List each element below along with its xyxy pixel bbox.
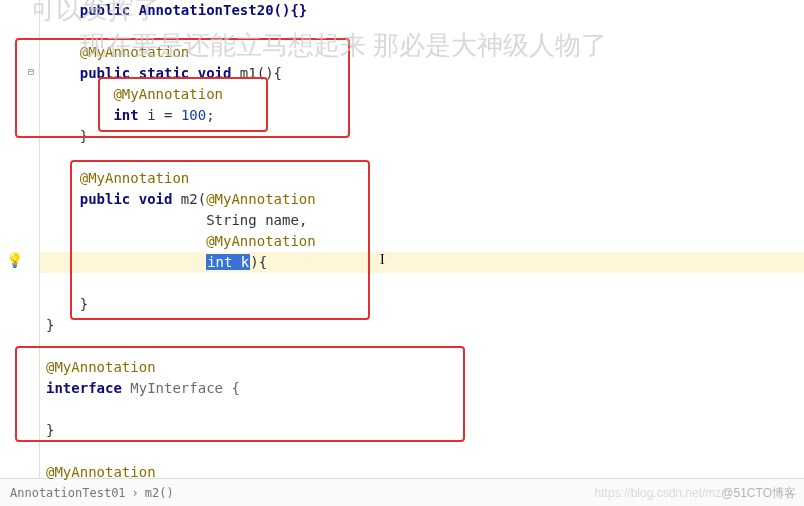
code-text: public AnnotationTest20(){}: [46, 2, 307, 18]
method-name: m1(){: [231, 65, 282, 81]
code-line[interactable]: public void m2(@MyAnnotation: [46, 189, 804, 210]
code-line[interactable]: }: [46, 294, 804, 315]
code-line[interactable]: int k){: [46, 252, 804, 273]
code-line[interactable]: interface MyInterface {: [46, 378, 804, 399]
watermark-url: https://blog.csdn.net/mz: [595, 486, 722, 500]
annotation: @MyAnnotation: [46, 170, 189, 186]
breadcrumb-file[interactable]: AnnotationTest01: [10, 486, 126, 500]
code-line[interactable]: @MyAnnotation: [46, 231, 804, 252]
watermark-label: @51CTO博客: [721, 486, 796, 500]
keyword: int: [113, 107, 138, 123]
code-line[interactable]: [46, 21, 804, 42]
annotation: @MyAnnotation: [206, 191, 316, 207]
code-line[interactable]: [46, 399, 804, 420]
keyword: public static void: [80, 65, 232, 81]
code-line[interactable]: @MyAnnotation: [46, 462, 804, 483]
code-line[interactable]: String name,: [46, 210, 804, 231]
annotation: @MyAnnotation: [46, 44, 189, 60]
method-name: m2(: [172, 191, 206, 207]
keyword: public void: [80, 191, 173, 207]
code-line[interactable]: }: [46, 315, 804, 336]
code-line[interactable]: public static void m1(){: [46, 63, 804, 84]
code-line[interactable]: }: [46, 420, 804, 441]
watermark: https://blog.csdn.net/mz@51CTO博客: [595, 485, 796, 502]
annotation: @MyAnnotation: [46, 464, 156, 480]
code-line[interactable]: public AnnotationTest20(){}: [46, 0, 804, 21]
code-line[interactable]: }: [46, 126, 804, 147]
annotation: @MyAnnotation: [46, 359, 156, 375]
line-gutter: ⊟ 💡: [0, 0, 40, 478]
code-line[interactable]: @MyAnnotation: [46, 168, 804, 189]
annotation: @MyAnnotation: [46, 86, 223, 102]
code-area[interactable]: public AnnotationTest20(){} @MyAnnotatio…: [40, 0, 804, 478]
code-line[interactable]: [46, 147, 804, 168]
text-cursor: I: [380, 252, 381, 268]
keyword: interface: [46, 380, 122, 396]
type-name: MyInterface {: [122, 380, 240, 396]
code-line[interactable]: @MyAnnotation: [46, 357, 804, 378]
code-editor[interactable]: ⊟ 💡 public AnnotationTest20(){} @MyAnnot…: [0, 0, 804, 478]
number-literal: 100: [181, 107, 206, 123]
type: String: [206, 212, 257, 228]
code-line[interactable]: [46, 273, 804, 294]
code-line[interactable]: @MyAnnotation: [46, 42, 804, 63]
lightbulb-icon[interactable]: 💡: [6, 252, 23, 268]
selected-text: int k: [206, 254, 250, 270]
code-line[interactable]: [46, 441, 804, 462]
chevron-right-icon: ›: [132, 486, 139, 500]
code-line[interactable]: int i = 100;: [46, 105, 804, 126]
breadcrumb-method[interactable]: m2(): [145, 486, 174, 500]
fold-icon[interactable]: ⊟: [26, 67, 36, 77]
annotation: @MyAnnotation: [206, 233, 316, 249]
code-line[interactable]: @MyAnnotation: [46, 84, 804, 105]
code-line[interactable]: [46, 336, 804, 357]
